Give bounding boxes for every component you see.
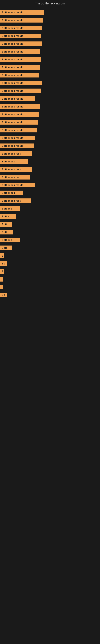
- bottleneck-result-bar: Bottleneck result: [0, 120, 38, 124]
- bottleneck-result-bar: Bottleneck result: [0, 88, 41, 93]
- bar-row: Bottleneck result: [0, 111, 100, 119]
- bottleneck-result-bar: Bottleneck result: [0, 34, 41, 38]
- bar-row: Bottleneck result: [0, 142, 100, 150]
- bar-row: Bo: [0, 292, 100, 299]
- bar-row: Bottleneck res: [0, 174, 100, 182]
- bottleneck-result-bar: Bottleneck result: [0, 96, 35, 101]
- bar-row: Bottleneck result: [0, 87, 100, 95]
- bar-row: Bottle: [0, 213, 100, 221]
- bar-row: Bottleneck result: [0, 80, 100, 87]
- bar-row: Bottleneck result: [0, 119, 100, 126]
- bottleneck-result-bar: Bo: [0, 292, 7, 297]
- bar-row: Bottleneck result: [0, 32, 100, 40]
- bar-row: Bottleneck result: [0, 17, 100, 24]
- bar-row: Bott: [0, 221, 100, 228]
- bottleneck-result-bar: Bott: [0, 246, 12, 250]
- bar-row: Bottleneck result: [0, 40, 100, 48]
- bar-row: Bott: [0, 244, 100, 252]
- bottleneck-result-bar: Bottleneck result: [0, 26, 42, 30]
- bar-row: Bottleneck result: [0, 126, 100, 134]
- bar-row: Bottleneck result: [0, 9, 100, 17]
- bar-row: Bottleneck resu: [0, 197, 100, 205]
- bar-row: Bottleneck result: [0, 48, 100, 56]
- bottleneck-result-bar: B: [0, 269, 3, 274]
- bottleneck-result-bar: Bottleneck result: [0, 112, 39, 117]
- bottleneck-result-bar: I: [0, 285, 3, 290]
- bar-row: I: [0, 276, 100, 284]
- bottleneck-result-bar: Bottleneck result: [0, 49, 40, 54]
- bottleneck-result-bar: Bottlene: [0, 238, 20, 242]
- bar-row: Bottl: [0, 228, 100, 236]
- bottleneck-result-bar: Bottleneck: [0, 190, 23, 195]
- bottleneck-result-bar: Bottleneck result: [0, 81, 42, 85]
- bottleneck-result-bar: Bottle: [0, 214, 16, 219]
- bar-row: Bottlene: [0, 236, 100, 244]
- bottleneck-result-bar: Bottleneck result: [0, 73, 39, 78]
- bottleneck-result-bar: Bottleneck result: [0, 104, 40, 109]
- bar-row: Bottleneck result: [0, 64, 100, 72]
- bottleneck-result-bar: Bottleneck result: [0, 183, 35, 187]
- bottleneck-result-bar: Bo: [0, 261, 7, 266]
- bottleneck-result-bar: Bottleneck r: [0, 159, 28, 164]
- bottleneck-result-bar: Bottleneck result: [0, 42, 42, 46]
- bar-row: Bottleneck r: [0, 158, 100, 166]
- bottleneck-result-bar: Bottleneck result: [0, 128, 37, 132]
- bottleneck-result-bar: Bottleneck result: [0, 136, 35, 140]
- bar-row: Bo: [0, 260, 100, 268]
- bottleneck-result-bar: Bottleneck result: [0, 10, 44, 15]
- bottleneck-result-bar: Bott: [0, 222, 12, 226]
- bar-row: B: [0, 252, 100, 260]
- bottleneck-result-bar: Bottleneck resu: [0, 151, 32, 156]
- bar-row: Bottleneck result: [0, 134, 100, 142]
- bottleneck-result-bar: Bottleneck resu: [0, 167, 32, 172]
- bottleneck-result-bar: Bottleneck result: [0, 18, 43, 22]
- bar-row: Bottleneck resu: [0, 150, 100, 158]
- bottleneck-result-bar: I: [0, 277, 3, 282]
- bottleneck-result-bar: Bottleneck result: [0, 57, 41, 62]
- bar-row: Bottleneck resu: [0, 166, 100, 174]
- bottleneck-result-bar: Bottleneck result: [0, 144, 34, 148]
- site-title: TheBottlenecker.com: [0, 0, 100, 7]
- bar-row: Bottleneck: [0, 190, 100, 197]
- bar-row: Bottlene: [0, 205, 100, 213]
- bar-row: I: [0, 284, 100, 292]
- bottleneck-result-bar: Bottleneck res: [0, 175, 30, 180]
- bottleneck-result-bar: Bottl: [0, 230, 13, 234]
- bar-row: Bottleneck result: [0, 56, 100, 64]
- bar-row: Bottleneck result: [0, 95, 100, 103]
- bar-row: Bottleneck result: [0, 103, 100, 111]
- bar-row: Bottleneck result: [0, 24, 100, 32]
- bars-container: Bottleneck resultBottleneck resultBottle…: [0, 7, 100, 301]
- bar-row: Bottleneck result: [0, 72, 100, 80]
- bar-row: B: [0, 268, 100, 276]
- bottleneck-result-bar: Bottleneck resu: [0, 198, 31, 203]
- bar-row: Bottleneck result: [0, 182, 100, 190]
- bottleneck-result-bar: B: [0, 253, 4, 258]
- bottleneck-result-bar: Bottlene: [0, 206, 20, 211]
- bottleneck-result-bar: Bottleneck result: [0, 65, 40, 70]
